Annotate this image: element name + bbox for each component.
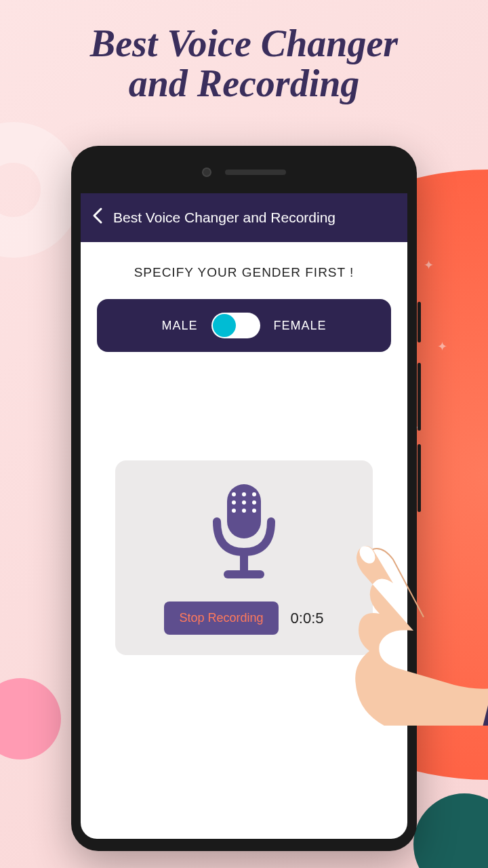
svg-rect-10 (240, 552, 248, 572)
app-content: SPECIFY YOUR GENDER FIRST ! MALE FEMALE (81, 242, 407, 678)
phone-volume-up-button (418, 363, 421, 431)
decorative-circle-teal (413, 793, 488, 868)
phone-volume-down-button (418, 444, 421, 512)
decorative-circle-pink (0, 678, 61, 760)
sparkle-icon: ✦ (424, 258, 434, 273)
svg-point-5 (242, 500, 246, 505)
recording-card: Stop Recording 0:0:5 (115, 460, 373, 655)
sparkle-icon: ✦ (437, 339, 447, 354)
decorative-arc (0, 122, 81, 258)
app-header: Best Voice Changer and Recording (81, 193, 407, 242)
recording-controls: Stop Recording 0:0:5 (129, 601, 359, 635)
svg-rect-11 (224, 570, 264, 578)
microphone-icon (197, 481, 291, 589)
svg-point-6 (252, 500, 256, 505)
gender-toggle[interactable] (211, 313, 260, 338)
svg-point-9 (252, 509, 256, 513)
phone-notch (202, 167, 286, 177)
svg-point-8 (242, 509, 246, 513)
phone-power-button (418, 302, 421, 342)
gender-toggle-container: MALE FEMALE (97, 299, 391, 352)
svg-point-3 (252, 492, 256, 496)
app-title: Best Voice Changer and Recording (113, 210, 336, 226)
svg-point-7 (232, 509, 236, 513)
recording-timer: 0:0:5 (291, 610, 324, 627)
svg-point-1 (232, 492, 236, 496)
gender-prompt: SPECIFY YOUR GENDER FIRST ! (97, 265, 391, 280)
stop-recording-button[interactable]: Stop Recording (164, 601, 278, 635)
svg-point-2 (242, 492, 246, 496)
promo-title: Best Voice Changer and Recording (0, 24, 488, 104)
phone-frame: Best Voice Changer and Recording SPECIFY… (71, 146, 417, 851)
phone-camera-icon (202, 167, 211, 177)
phone-speaker-icon (225, 170, 286, 175)
female-label: FEMALE (274, 319, 327, 333)
back-button[interactable] (92, 206, 104, 230)
male-label: MALE (161, 319, 197, 333)
toggle-knob (213, 314, 236, 337)
svg-point-4 (232, 500, 236, 505)
chevron-left-icon (92, 206, 104, 225)
app-screen: Best Voice Changer and Recording SPECIFY… (81, 193, 407, 839)
